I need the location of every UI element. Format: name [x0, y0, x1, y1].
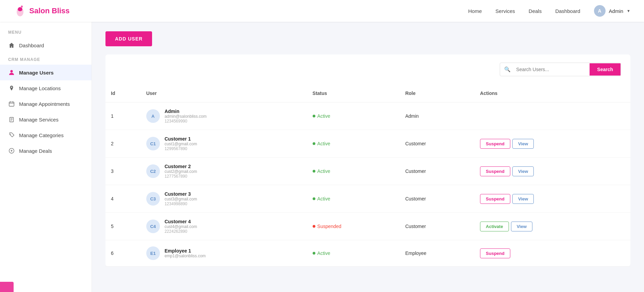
- crm-section-label: CRM Manage: [0, 57, 92, 65]
- search-button[interactable]: Search: [590, 63, 621, 76]
- nav-dashboard[interactable]: Dashboard: [555, 8, 580, 14]
- user-name: Customer 3: [165, 191, 197, 197]
- svg-point-1: [10, 70, 13, 72]
- cell-id: 2: [105, 130, 141, 158]
- avatar: C4: [146, 220, 160, 233]
- clipboard-icon: [8, 116, 15, 123]
- user-name: Customer 1: [165, 136, 197, 142]
- cell-role: Customer: [400, 213, 475, 240]
- view-button[interactable]: View: [512, 139, 534, 149]
- sidebar-manage-locations-label: Manage Locations: [19, 85, 61, 91]
- user-phone: 2224262890: [165, 229, 197, 234]
- col-role: Role: [400, 84, 475, 102]
- cell-actions: Suspend: [475, 240, 630, 266]
- cell-user: C2Customer 2cust2@gmail.com1277567890: [141, 158, 307, 185]
- sidebar-item-manage-deals[interactable]: Manage Deals: [0, 143, 92, 159]
- cell-id: 1: [105, 102, 141, 130]
- admin-menu[interactable]: A Admin ▼: [594, 5, 630, 17]
- col-id: Id: [105, 84, 141, 102]
- search-input[interactable]: [515, 63, 590, 76]
- main-content: ADD USER 🔍 Search Id User Status Role: [92, 22, 644, 292]
- menu-section-label: Menu: [0, 30, 92, 37]
- user-email: cust3@gmail.com: [165, 197, 197, 201]
- cell-status: Active: [307, 185, 400, 213]
- sidebar-item-manage-appointments[interactable]: Manage Appointments: [0, 96, 92, 112]
- calendar-icon: [8, 100, 15, 107]
- cell-id: 6: [105, 240, 141, 266]
- cell-actions: SuspendView: [475, 185, 630, 213]
- suspend-button[interactable]: Suspend: [480, 139, 510, 149]
- user-phone: 1234998890: [165, 201, 197, 206]
- user-info: Adminadmin@salonbliss.com1234569990: [165, 109, 207, 124]
- cell-actions: SuspendView: [475, 130, 630, 158]
- avatar: E1: [146, 246, 160, 260]
- view-button[interactable]: View: [511, 222, 532, 231]
- svg-rect-2: [9, 102, 14, 107]
- search-icon: 🔍: [500, 63, 515, 76]
- col-actions: Actions: [475, 84, 630, 102]
- sidebar-item-manage-locations[interactable]: Manage Locations: [0, 80, 92, 96]
- table-row: 2C1Customer 1cust1@gmail.com1299567890Ac…: [105, 130, 630, 158]
- cell-actions: [475, 102, 630, 130]
- user-email: cust2@gmail.com: [165, 169, 197, 174]
- admin-avatar: A: [594, 5, 606, 17]
- sidebar-item-manage-services[interactable]: Manage Services: [0, 112, 92, 127]
- suspend-button[interactable]: Suspend: [480, 166, 510, 176]
- sidebar-item-manage-categories[interactable]: Manage Categories: [0, 127, 92, 143]
- svg-point-10: [10, 134, 11, 134]
- user-info: Customer 3cust3@gmail.com1234998890: [165, 191, 197, 206]
- cell-status: Active: [307, 240, 400, 266]
- cell-id: 3: [105, 158, 141, 185]
- cell-user: AAdminadmin@salonbliss.com1234569990: [141, 102, 307, 130]
- status-text: Active: [317, 196, 330, 201]
- sidebar-item-manage-users[interactable]: Manage Users: [0, 65, 92, 80]
- sidebar-manage-users-label: Manage Users: [19, 70, 54, 76]
- avatar: C2: [146, 164, 160, 178]
- status-dot: [313, 115, 315, 117]
- sidebar-manage-services-label: Manage Services: [19, 117, 59, 123]
- sidebar-dashboard-label: Dashboard: [19, 43, 44, 48]
- table-row: 1AAdminadmin@salonbliss.com1234569990Act…: [105, 102, 630, 130]
- suspend-button[interactable]: Suspend: [480, 194, 510, 204]
- user-name: Admin: [165, 109, 207, 114]
- users-table: Id User Status Role Actions 1AAdminadmin…: [105, 84, 630, 266]
- person-icon: [8, 69, 15, 76]
- add-user-button[interactable]: ADD USER: [105, 31, 152, 46]
- status-dot: [313, 197, 315, 200]
- admin-name: Admin: [609, 8, 624, 14]
- admin-chevron-icon: ▼: [627, 9, 630, 13]
- cell-status: Suspended: [307, 213, 400, 240]
- sidebar-item-dashboard[interactable]: Dashboard: [0, 37, 92, 53]
- view-button[interactable]: View: [512, 166, 534, 176]
- activate-button[interactable]: Activate: [480, 222, 509, 231]
- avatar: C3: [146, 192, 160, 206]
- avatar: C1: [146, 137, 160, 150]
- nav-home[interactable]: Home: [468, 8, 482, 14]
- cell-role: Customer: [400, 158, 475, 185]
- status-text: Active: [317, 168, 330, 174]
- nav-deals[interactable]: Deals: [529, 8, 542, 14]
- user-name: Customer 2: [165, 164, 197, 169]
- view-button[interactable]: View: [512, 194, 534, 204]
- cell-user: C3Customer 3cust3@gmail.com1234998890: [141, 185, 307, 213]
- sidebar-manage-appointments-label: Manage Appointments: [19, 101, 70, 107]
- status-dot: [313, 252, 315, 255]
- nav-services[interactable]: Services: [495, 8, 515, 14]
- cell-status: Active: [307, 102, 400, 130]
- cell-user: C4Customer 4cust4@gmail.com2224262890: [141, 213, 307, 240]
- avatar: A: [146, 109, 160, 123]
- table-row: 3C2Customer 2cust2@gmail.com1277567890Ac…: [105, 158, 630, 185]
- sidebar-manage-categories-label: Manage Categories: [19, 132, 64, 138]
- user-phone: 1277567890: [165, 174, 197, 179]
- user-info: Customer 1cust1@gmail.com1299567890: [165, 136, 197, 151]
- table-row: 6E1Employee 1emp1@salonbliss.comActiveEm…: [105, 240, 630, 266]
- table-header-row: Id User Status Role Actions: [105, 84, 630, 102]
- user-info: Employee 1emp1@salonbliss.com: [165, 248, 206, 258]
- status-dot: [313, 142, 315, 145]
- user-info: Customer 4cust4@gmail.com2224262890: [165, 219, 197, 234]
- user-name: Employee 1: [165, 248, 206, 254]
- suspend-button[interactable]: Suspend: [480, 248, 510, 258]
- cell-id: 4: [105, 185, 141, 213]
- table-row: 5C4Customer 4cust4@gmail.com2224262890Su…: [105, 213, 630, 240]
- user-info: Customer 2cust2@gmail.com1277567890: [165, 164, 197, 179]
